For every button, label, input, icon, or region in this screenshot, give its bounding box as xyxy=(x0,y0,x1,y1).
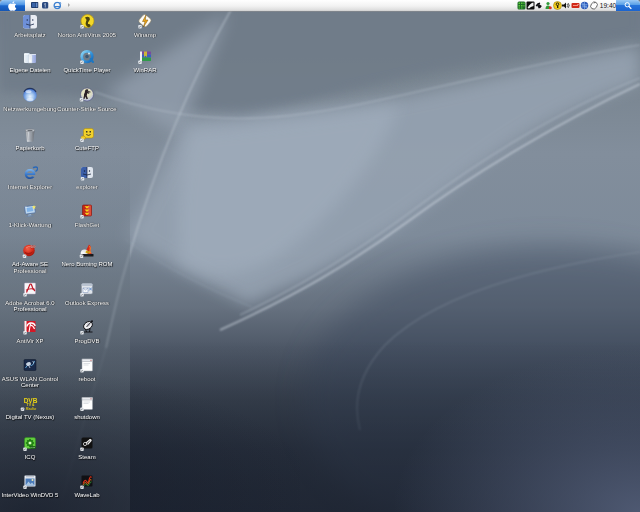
svg-text:PRO: PRO xyxy=(31,446,36,448)
svg-text:Radio: Radio xyxy=(26,407,37,411)
svg-text:se: se xyxy=(30,244,36,249)
